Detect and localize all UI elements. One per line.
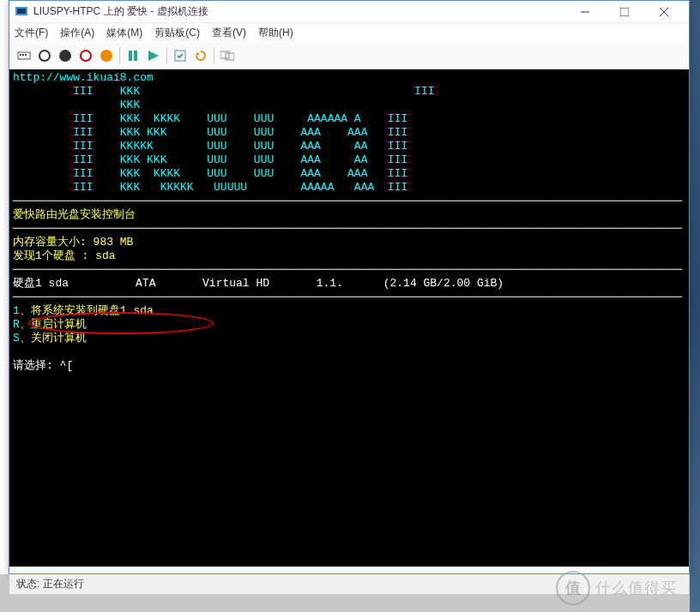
menu-media[interactable]: 媒体(M) xyxy=(106,26,142,40)
share-button[interactable] xyxy=(218,46,237,65)
reset-button[interactable] xyxy=(144,46,163,65)
menu-help[interactable]: 帮助(H) xyxy=(258,26,293,40)
separator xyxy=(166,47,167,64)
app-icon xyxy=(15,5,28,19)
status-value: 正在运行 xyxy=(43,577,84,591)
watermark-text: 什么值得买 xyxy=(595,578,677,598)
power-button[interactable] xyxy=(35,46,54,65)
svg-rect-16 xyxy=(226,53,234,60)
desktop-background xyxy=(690,0,700,612)
prompt: 请选择: ^[ xyxy=(13,359,73,372)
close-button[interactable] xyxy=(644,1,684,23)
disk-row: 硬盘1 sda ATA Virtual HD 1.1. (2.14 GB/2.0… xyxy=(13,277,504,290)
pause-button[interactable] xyxy=(124,46,142,65)
rule: ────────────────────────────────────────… xyxy=(13,263,682,276)
disk-found: 发现1个硬盘 : sda xyxy=(13,249,116,262)
window-title: LIUSPY-HTPC 上的 爱快 - 虚拟机连接 xyxy=(33,4,565,19)
svg-rect-11 xyxy=(134,51,137,61)
ctrl-alt-del-button[interactable] xyxy=(15,46,33,65)
mem-line: 内存容量大小: 983 MB xyxy=(13,236,133,249)
maximize-button[interactable] xyxy=(605,1,644,23)
svg-marker-12 xyxy=(148,51,159,61)
watermark-icon: 值 xyxy=(556,571,590,605)
menu-file[interactable]: 文件(F) xyxy=(15,26,48,40)
rule: ────────────────────────────────────────… xyxy=(13,222,682,235)
terminal[interactable]: http://www.ikuai8.com III KKK III KKK II… xyxy=(9,69,689,567)
rule: ────────────────────────────────────────… xyxy=(13,195,682,207)
install-header: 爱快路由光盘安装控制台 xyxy=(13,208,136,221)
checkpoint-button[interactable] xyxy=(171,46,190,65)
opt-reboot: R、重启计算机 xyxy=(13,318,87,331)
save-button[interactable] xyxy=(97,46,116,65)
svg-rect-7 xyxy=(20,54,21,56)
menu-action[interactable]: 操作(A) xyxy=(60,26,94,40)
opt-shutdown: S、关闭计算机 xyxy=(13,332,87,345)
menubar: 文件(F) 操作(A) 媒体(M) 剪贴板(C) 查看(V) 帮助(H) xyxy=(9,23,689,42)
revert-button[interactable] xyxy=(191,46,210,65)
separator xyxy=(214,47,214,64)
watermark: 值 什么值得买 xyxy=(556,569,693,607)
svg-rect-15 xyxy=(220,51,229,58)
svg-rect-10 xyxy=(129,51,132,61)
shutdown-button[interactable] xyxy=(76,46,95,65)
opt-install: 1、将系统安装到硬盘1 sda xyxy=(13,304,154,317)
left-edge xyxy=(0,0,9,574)
svg-marker-14 xyxy=(196,52,200,56)
window-controls xyxy=(565,1,684,23)
rule: ────────────────────────────────────────… xyxy=(13,291,682,303)
vm-connect-window: LIUSPY-HTPC 上的 爱快 - 虚拟机连接 文件(F) 操作(A) 媒体… xyxy=(9,0,690,574)
menu-view[interactable]: 查看(V) xyxy=(212,26,246,40)
menu-clipboard[interactable]: 剪贴板(C) xyxy=(154,26,200,40)
url-line: http://www.ikuai8.com xyxy=(13,71,154,84)
svg-rect-9 xyxy=(25,54,27,56)
minimize-button[interactable] xyxy=(565,1,605,23)
svg-rect-3 xyxy=(620,8,629,16)
svg-rect-8 xyxy=(22,54,24,56)
turnoff-button[interactable] xyxy=(56,46,75,65)
separator xyxy=(119,47,120,64)
toolbar xyxy=(9,42,689,69)
titlebar: LIUSPY-HTPC 上的 爱快 - 虚拟机连接 xyxy=(9,1,689,23)
ascii-art: III KKK III KKK III KKK KKKK UUU UUU AAA… xyxy=(13,85,434,194)
status-label: 状态: xyxy=(16,577,39,591)
svg-rect-1 xyxy=(17,9,26,14)
